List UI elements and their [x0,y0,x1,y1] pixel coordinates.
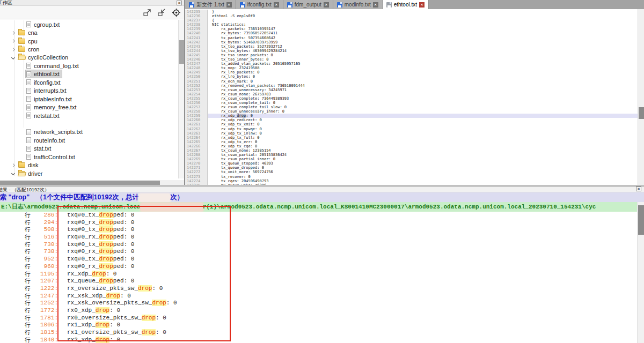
editor-line[interactable]: tx_cqes: 204596498793 [208,179,638,183]
editor-line[interactable]: tx_csum_partial_inner: 0 [208,157,638,161]
tab-modinfo.txt[interactable]: modinfo.txt× [333,0,383,9]
tree-item-hit-area[interactable]: stat.txt [26,145,53,152]
tree-item-hit-area[interactable]: interrupts.txt [26,87,69,94]
editor-line[interactable]: rx_csum_none: 26759783 [208,92,638,96]
tree-item-hit-area[interactable]: cna [18,29,40,36]
editor-line[interactable]: tx_queue_dropped: 0 [208,166,638,170]
tree-item-hit-area[interactable]: driver [18,170,45,177]
editor-line[interactable]: rx_packets: 736510395147 [208,27,638,31]
editor-line[interactable]: rx_csum_complete_tail_slow: 0 [208,105,638,109]
tree-item-hit-area[interactable]: cron [18,46,41,53]
tree-item-hit-area[interactable]: trafficControl.txt [26,153,77,161]
tree-item-stat.txt[interactable]: stat.txt [0,145,184,153]
editor-line[interactable]: ethtool -S enp1s0f0 [208,14,638,18]
expand-all-icon[interactable] [143,8,152,17]
result-row-line-1806[interactable]: 行1806:rx1_xdp_drop: 0 [0,322,633,329]
result-row-line-286[interactable]: 行286:txq#0_tx_dropped: 0 [0,212,633,219]
tab-close-icon[interactable]: × [226,2,232,8]
tree-item-hit-area[interactable]: ifconfig.txt [26,79,63,86]
editor-line[interactable]: tx_tso_packets: 35272932712 [208,44,638,49]
editor-line[interactable]: rx_xdp_tx_inlnw: 0 [208,131,638,136]
editor-line[interactable]: rx_csum_complete: 736449389393 [208,96,638,101]
tab-fdm_output[interactable]: fdm_output× [283,0,333,9]
chevron-right-icon[interactable] [11,31,15,35]
editor-line[interactable]: tx_packets: 507354668642 [208,36,638,40]
tree-item-hit-area[interactable]: command_log.txt [26,62,81,70]
tree-item-lsmod.txt[interactable]: lsmod.txt [0,177,184,178]
tab-close-icon[interactable]: × [274,2,279,8]
tree-item-hit-area[interactable]: cyclicCollection [18,54,70,61]
editor-line[interactable]: rx_xdp_redirect: 0 [208,118,638,122]
workspace-close-icon[interactable]: × [177,1,182,5]
editor-vertical-scrollbar[interactable] [638,9,644,186]
result-row-line-730[interactable]: 行730:txq#0_tx_dropped: 0 [0,241,633,249]
editor-line[interactable]: rx_csum_complete_tail: 0 [208,101,638,105]
tree-item-ethtool.txt[interactable]: ethtool.txt [0,70,184,78]
result-row-line-960[interactable]: 行960:rxq#0_rx_dropped: 0 [0,263,633,271]
tab-close-icon[interactable]: × [324,2,329,8]
tree-item-disk[interactable]: disk [0,161,184,169]
tree-item-trafficControl.txt[interactable]: trafficControl.txt [0,153,184,161]
editor-line[interactable]: rx_csum_unnecessary: 34245971 [208,88,638,92]
editor-line[interactable]: tx_csum_partial: 205153836424 [208,153,638,157]
editor-body[interactable]: 1422351422361422371422381422391422401422… [185,9,644,186]
result-row-line-1247[interactable]: 行1247:rx_xsk_xdp_drop: 0 [0,293,633,300]
result-row-line-1195[interactable]: 行1195:rx_xdp_drop: 0 [0,271,633,278]
results-vertical-scrollbar-thumb[interactable] [638,205,644,235]
tree-item-driver[interactable]: driver [0,169,184,177]
tab--1.txt[interactable]: 新文件 1.txt× [185,0,236,9]
tree-item-hit-area[interactable]: cgroup.txt [26,21,62,28]
tree-item-hit-area[interactable]: network_scripts.txt [26,128,85,136]
result-row-line-1781[interactable]: 行1781:rx0_oversize_pkts_sw_drop: 0 [0,315,633,322]
tree-item-ifconfig.txt[interactable]: ifconfig.txt [0,78,184,86]
result-row-line-1815[interactable]: 行1815:rx1_oversize_pkts_sw_drop: 0 [0,329,633,337]
chevron-down-icon[interactable] [11,172,15,175]
editor-line[interactable]: NIC statistics: [208,23,638,27]
tree-item-routeInfo.txt[interactable]: routeInfo.txt [0,136,184,144]
tree-item-hit-area[interactable]: netstat.txt [26,112,62,120]
result-row-line-738[interactable]: 行738:rxq#0_rx_dropped: 0 [0,248,633,256]
tab-close-icon[interactable]: × [373,2,378,8]
tab-ifconfig.txt[interactable]: ifconfig.txt× [236,0,283,9]
chevron-right-icon[interactable] [11,163,15,167]
results-close-icon[interactable]: × [636,187,641,191]
editor-line[interactable]: rx_xdp_tx_xmit: 0 [208,122,638,126]
result-row-line-1222[interactable]: 行1222:rx_oversize_pkts_sw_drop: 0 [0,285,633,293]
editor-line[interactable]: rx_csum_unnecessary_inner: 0 [208,109,638,114]
editor-vertical-scrollbar-thumb[interactable] [639,107,644,119]
editor-line[interactable]: } [208,10,638,14]
tree-item-hit-area[interactable]: iptablesInfo.txt [26,95,74,103]
editor-line[interactable]: tx_tso_bytes: 463099429284214 [208,49,638,53]
tree-item-cpu[interactable]: cpu [0,37,184,45]
editor-line[interactable]: rx_lro_packets: 0 [208,70,638,74]
result-row-line-1772[interactable]: 行1772:rx0_xdp_drop: 0 [0,307,633,315]
editor-line[interactable]: rx_ecn_mark: 0 [208,79,638,84]
editor-line[interactable]: tx_queue_stopped: 46393 [208,161,638,166]
collapse-all-icon[interactable] [157,8,166,17]
tree-item-cron[interactable]: cron [0,45,184,53]
editor-code[interactable]: }ethtool -S enp1s0f0{NIC statistics: rx_… [208,10,638,186]
editor-line[interactable]: rx_bytes: 735960572057411 [208,31,638,35]
tree-item-netstat.txt[interactable]: netstat.txt [0,111,184,120]
chevron-right-icon[interactable] [11,47,15,51]
chevron-down-icon[interactable] [11,56,15,59]
result-row-line-1252[interactable]: 行1252:rx_xsk_oversize_pkts_sw_drop: 0 [0,300,633,307]
editor-line[interactable]: tx_added_vlan_packets: 205165957165 [208,62,638,66]
tree-item-network_scripts.txt[interactable]: network_scripts.txt [0,128,184,136]
tree-item-cna[interactable]: cna [0,28,184,36]
result-row-line-508[interactable]: 行508:txq#0_tx_dropped: 0 [0,226,633,234]
locate-file-icon[interactable] [172,8,181,17]
editor-line[interactable]: rx_xdp_tx_mpwqe: 0 [208,127,638,131]
editor-line[interactable]: tx_nop: 232419588 [208,66,638,70]
tree-item-hit-area[interactable]: cpu [18,38,40,45]
editor-line[interactable]: rx_lro_bytes: 0 [208,74,638,79]
editor-line[interactable]: tx_recover: 0 [208,175,638,179]
editor-line[interactable]: rx_xdp_tx_full: 0 [208,136,638,140]
tree-item-hit-area[interactable]: ethtool.txt [26,70,62,78]
editor-line[interactable]: rx_removed_vlan_packets: 736510091444 [208,84,638,88]
tab-ethtool.txt[interactable]: ethtool.txt× [383,0,429,9]
result-row-line-516[interactable]: 行516:rxq#0_rx_dropped: 0 [0,234,633,241]
result-row-line-952[interactable]: 行952:txq#0_tx_dropped: 0 [0,256,633,263]
results-vertical-scrollbar[interactable] [637,202,644,343]
editor-line[interactable]: rx_xdp_tx_err: 0 [208,140,638,144]
